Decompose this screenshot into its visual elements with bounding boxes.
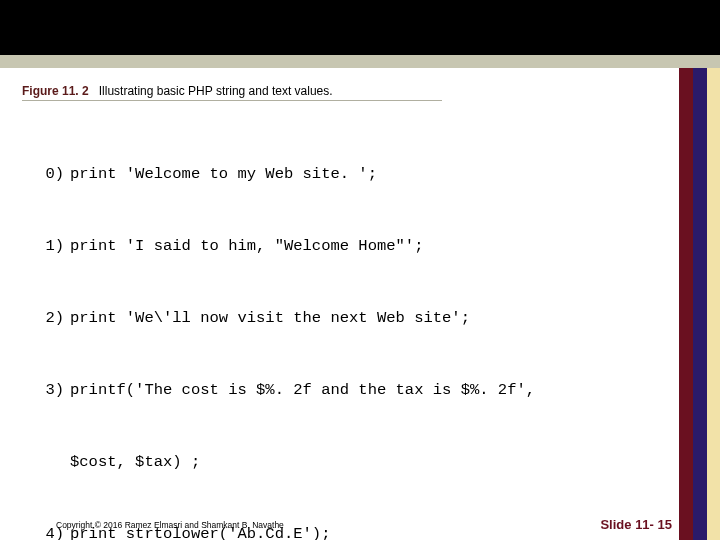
line-text: $cost, $tax) ; [70,450,652,474]
line-text: print 'Welcome to my Web site. '; [70,162,652,186]
figure-label: Figure 11. 2 [22,84,89,98]
line-number: 3) [32,378,70,402]
line-number [32,450,70,474]
top-band-black [0,0,720,55]
code-block: 0)print 'Welcome to my Web site. '; 1)pr… [22,108,662,540]
code-line: $cost, $tax) ; [32,450,652,474]
rail-blue [693,55,707,540]
side-rails-cap [679,55,720,68]
top-band [0,0,720,68]
code-line: 3)printf('The cost is $%. 2f and the tax… [32,378,652,402]
slide: Figure 11. 2 Illustrating basic PHP stri… [0,0,720,540]
line-text: printf('The cost is $%. 2f and the tax i… [70,378,652,402]
copyright-text: Copyright © 2016 Ramez Elmasri and Shamk… [56,520,284,530]
line-text: print 'We\'ll now visit the next Web sit… [70,306,652,330]
caption-underline [22,100,442,101]
figure-caption: Figure 11. 2 Illustrating basic PHP stri… [22,84,333,98]
rail-cream [707,55,720,540]
code-line: 2)print 'We\'ll now visit the next Web s… [32,306,652,330]
footer: Copyright © 2016 Ramez Elmasri and Shamk… [0,506,720,540]
rail-red [679,55,693,540]
slide-number: Slide 11- 15 [600,517,672,532]
line-text: print 'I said to him, "Welcome Home"'; [70,234,652,258]
code-line: 0)print 'Welcome to my Web site. '; [32,162,652,186]
code-line: 1)print 'I said to him, "Welcome Home"'; [32,234,652,258]
figure-title: Illustrating basic PHP string and text v… [99,84,333,98]
line-number: 1) [32,234,70,258]
line-number: 2) [32,306,70,330]
side-rails [679,55,720,540]
line-number: 0) [32,162,70,186]
